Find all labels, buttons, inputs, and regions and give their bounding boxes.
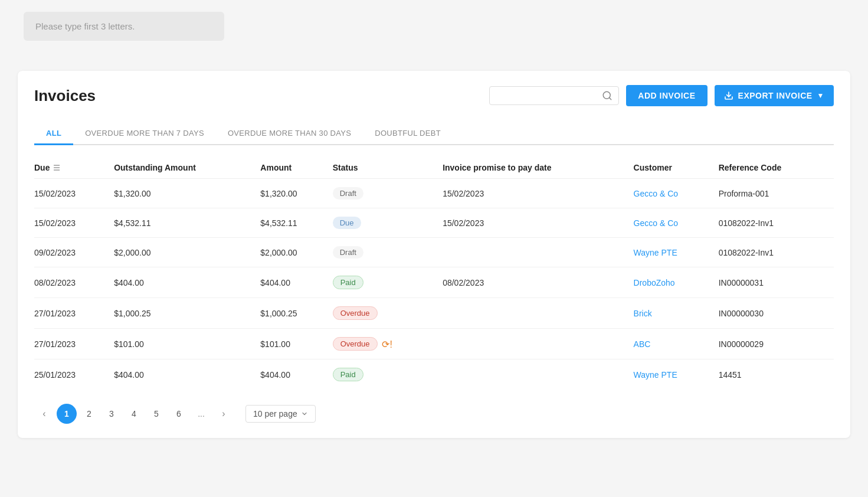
cell-outstanding: $404.00 — [114, 359, 260, 390]
cell-customer[interactable]: Wayne PTE — [634, 238, 719, 267]
cell-reference: 01082022-Inv1 — [719, 208, 834, 238]
search-input[interactable] — [496, 91, 597, 100]
pagination: ‹ 1 2 3 4 5 6 ... › 10 per page — [34, 404, 834, 424]
invoices-table: Due ☰ Outstanding Amount Amount Status I… — [34, 157, 834, 390]
table-row: 15/02/2023 $4,532.11 $4,532.11 Due 15/02… — [34, 208, 834, 238]
export-invoice-button[interactable]: EXPORT INVOICE ▼ — [715, 85, 834, 106]
cell-customer[interactable]: Brick — [634, 298, 719, 329]
cell-due: 27/01/2023 — [34, 298, 114, 329]
page-6-button[interactable]: 6 — [169, 404, 189, 424]
table-row: 15/02/2023 $1,320.00 $1,320.00 Draft 15/… — [34, 179, 834, 208]
cell-outstanding: $101.00 — [114, 329, 260, 359]
col-reference: Reference Code — [719, 157, 834, 179]
header-actions: ADD INVOICE EXPORT INVOICE ▼ — [489, 85, 834, 106]
tabs: ALL OVERDUE MORE THAN 7 DAYS OVERDUE MOR… — [34, 123, 834, 145]
cell-promise-date: 08/02/2023 — [443, 267, 633, 298]
cell-reference: IN00000030 — [719, 298, 834, 329]
cell-amount: $1,320.00 — [260, 179, 332, 208]
table-row: 27/01/2023 $1,000.25 $1,000.25 Overdue B… — [34, 298, 834, 329]
download-icon — [724, 91, 733, 100]
cell-outstanding: $1,000.25 — [114, 298, 260, 329]
status-badge: Overdue — [333, 337, 378, 351]
col-customer: Customer — [634, 157, 719, 179]
cell-promise-date — [443, 329, 633, 359]
cell-due: 09/02/2023 — [34, 238, 114, 267]
cell-customer[interactable]: DroboZoho — [634, 267, 719, 298]
cell-due: 27/01/2023 — [34, 329, 114, 359]
cell-reference: 14451 — [719, 359, 834, 390]
table-row: 09/02/2023 $2,000.00 $2,000.00 Draft Way… — [34, 238, 834, 267]
cell-due: 15/02/2023 — [34, 179, 114, 208]
cell-amount: $2,000.00 — [260, 238, 332, 267]
cell-status: Paid — [333, 267, 443, 298]
cell-amount: $1,000.25 — [260, 298, 332, 329]
customer-link[interactable]: Gecco & Co — [634, 218, 678, 228]
tab-all[interactable]: ALL — [34, 123, 73, 145]
per-page-select[interactable]: 10 per page — [245, 405, 316, 423]
cell-promise-date — [443, 298, 633, 329]
cell-due: 08/02/2023 — [34, 267, 114, 298]
page-5-button[interactable]: 5 — [146, 404, 166, 424]
page-title: Invoices — [34, 87, 96, 105]
cell-customer[interactable]: Wayne PTE — [634, 359, 719, 390]
add-invoice-button[interactable]: ADD INVOICE — [626, 85, 707, 106]
col-promise-date: Invoice promise to pay date — [443, 157, 633, 179]
customer-link[interactable]: DroboZoho — [634, 278, 675, 287]
cell-amount: $404.00 — [260, 359, 332, 390]
status-badge: Overdue — [333, 306, 378, 320]
page-4-button[interactable]: 4 — [124, 404, 144, 424]
cell-due: 15/02/2023 — [34, 208, 114, 238]
cell-promise-date: 15/02/2023 — [443, 208, 633, 238]
search-box[interactable] — [489, 86, 619, 105]
cell-reference: 01082022-Inv1 — [719, 238, 834, 267]
status-badge: Draft — [333, 246, 363, 259]
page-3-button[interactable]: 3 — [101, 404, 122, 424]
status-badge: Paid — [333, 368, 363, 381]
status-badge: Due — [333, 217, 361, 229]
cell-status: Due — [333, 208, 443, 238]
col-due: Due ☰ — [34, 157, 114, 179]
svg-line-1 — [610, 97, 611, 99]
prev-page-button[interactable]: ‹ — [34, 404, 54, 424]
cell-outstanding: $404.00 — [114, 267, 260, 298]
cell-outstanding: $2,000.00 — [114, 238, 260, 267]
customer-link[interactable]: Wayne PTE — [634, 370, 677, 380]
header-row: Invoices ADD INVOICE EXPORT INVOICE — [34, 85, 834, 106]
cell-customer[interactable]: Gecco & Co — [634, 208, 719, 238]
page-2-button[interactable]: 2 — [79, 404, 99, 424]
per-page-value: 10 per page — [253, 409, 297, 418]
cell-status: Paid — [333, 359, 443, 390]
cell-promise-date — [443, 238, 633, 267]
cell-outstanding: $4,532.11 — [114, 208, 260, 238]
filter-icon[interactable]: ☰ — [53, 164, 60, 172]
table-row: 25/01/2023 $404.00 $404.00 Paid Wayne PT… — [34, 359, 834, 390]
autocomplete-dropdown: Please type first 3 letters. — [24, 12, 224, 41]
export-invoice-label: EXPORT INVOICE — [738, 91, 813, 100]
col-status: Status — [333, 157, 443, 179]
cell-amount: $4,532.11 — [260, 208, 332, 238]
cell-amount: $101.00 — [260, 329, 332, 359]
customer-link[interactable]: Gecco & Co — [634, 189, 678, 198]
status-badge: Draft — [333, 187, 363, 200]
tab-doubtful-debt[interactable]: DOUBTFUL DEBT — [363, 123, 453, 145]
table-row: 27/01/2023 $101.00 $101.00 Overdue ⟳! AB… — [34, 329, 834, 359]
tab-overdue-7[interactable]: OVERDUE MORE THAN 7 DAYS — [73, 123, 216, 145]
chevron-down-icon — [301, 410, 308, 417]
cell-customer[interactable]: Gecco & Co — [634, 179, 719, 208]
customer-link[interactable]: Wayne PTE — [634, 248, 677, 257]
cell-customer[interactable]: ABC — [634, 329, 719, 359]
cell-status: Draft — [333, 179, 443, 208]
cell-status: Overdue ⟳! — [333, 329, 443, 359]
page-1-button[interactable]: 1 — [57, 404, 77, 424]
cell-amount: $404.00 — [260, 267, 332, 298]
customer-link[interactable]: ABC — [634, 339, 651, 349]
customer-link[interactable]: Brick — [634, 309, 652, 318]
cell-due: 25/01/2023 — [34, 359, 114, 390]
cell-reference: IN00000031 — [719, 267, 834, 298]
tab-overdue-30[interactable]: OVERDUE MORE THAN 30 DAYS — [216, 123, 363, 145]
cell-status: Overdue — [333, 298, 443, 329]
next-page-button[interactable]: › — [214, 404, 234, 424]
cell-status: Draft — [333, 238, 443, 267]
pagination-dots: ... — [191, 404, 211, 424]
cell-outstanding: $1,320.00 — [114, 179, 260, 208]
